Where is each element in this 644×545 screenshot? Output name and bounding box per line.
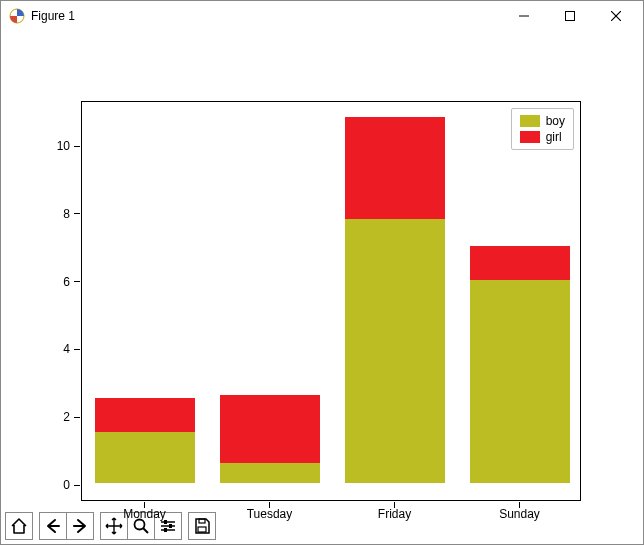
svg-line-6 [143, 528, 148, 533]
y-tick [74, 417, 80, 418]
bar-girl [95, 398, 195, 432]
titlebar: Figure 1 [1, 1, 643, 31]
axes: boy girl 0246810MondayTuesdayFridaySunda… [81, 101, 581, 501]
bar-boy [470, 280, 570, 483]
close-button[interactable] [593, 1, 639, 31]
bar-girl [220, 395, 320, 463]
plot-canvas: boy girl 0246810MondayTuesdayFridaySunda… [1, 31, 643, 508]
y-tick [74, 146, 80, 147]
bar-boy [95, 432, 195, 483]
app-icon [9, 8, 25, 24]
y-tick-label: 10 [40, 139, 70, 153]
y-tick [74, 485, 80, 486]
legend-swatch-girl [520, 131, 540, 143]
y-tick [74, 349, 80, 350]
maximize-button[interactable] [547, 1, 593, 31]
y-tick-label: 0 [40, 478, 70, 492]
y-tick-label: 6 [40, 275, 70, 289]
save-button[interactable] [189, 513, 215, 539]
y-tick-label: 2 [40, 410, 70, 424]
bar-boy [345, 219, 445, 483]
legend-label: girl [546, 129, 562, 145]
nav-toolbar [1, 508, 643, 544]
y-tick [74, 281, 80, 282]
back-button[interactable] [40, 513, 66, 539]
svg-rect-2 [566, 12, 575, 21]
y-tick [74, 213, 80, 214]
x-tick-label: Friday [378, 507, 411, 521]
legend-swatch-boy [520, 115, 540, 127]
home-button[interactable] [6, 513, 32, 539]
y-tick-label: 4 [40, 342, 70, 356]
x-tick-label: Tuesday [247, 507, 293, 521]
window-title: Figure 1 [31, 9, 75, 23]
bar-girl [345, 117, 445, 219]
forward-button[interactable] [66, 513, 93, 539]
figure-window: Figure 1 boy girl 0246810MondayTu [0, 0, 644, 545]
x-tick-label: Monday [123, 507, 166, 521]
legend-entry-girl: girl [520, 129, 565, 145]
y-tick-label: 8 [40, 207, 70, 221]
minimize-button[interactable] [501, 1, 547, 31]
legend: boy girl [511, 108, 574, 150]
svg-rect-12 [164, 528, 167, 532]
legend-label: boy [546, 113, 565, 129]
bar-boy [220, 463, 320, 483]
x-tick-label: Sunday [499, 507, 540, 521]
svg-rect-11 [169, 524, 172, 528]
legend-entry-boy: boy [520, 113, 565, 129]
svg-rect-13 [198, 527, 206, 532]
svg-rect-14 [199, 519, 205, 523]
bar-girl [470, 246, 570, 280]
